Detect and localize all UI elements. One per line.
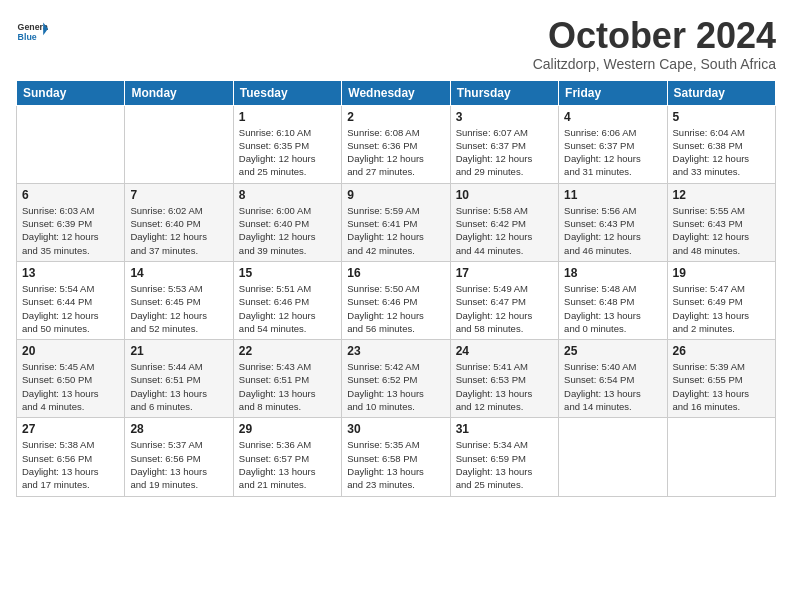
day-info: Sunrise: 5:54 AMSunset: 6:44 PMDaylight:… <box>22 282 119 335</box>
day-info: Sunrise: 5:50 AMSunset: 6:46 PMDaylight:… <box>347 282 444 335</box>
calendar-week-row: 20Sunrise: 5:45 AMSunset: 6:50 PMDayligh… <box>17 340 776 418</box>
table-row: 1Sunrise: 6:10 AMSunset: 6:35 PMDaylight… <box>233 105 341 183</box>
table-row: 27Sunrise: 5:38 AMSunset: 6:56 PMDayligh… <box>17 418 125 496</box>
table-row: 18Sunrise: 5:48 AMSunset: 6:48 PMDayligh… <box>559 261 667 339</box>
day-number: 18 <box>564 266 661 280</box>
col-wednesday: Wednesday <box>342 80 450 105</box>
table-row <box>17 105 125 183</box>
calendar-week-row: 27Sunrise: 5:38 AMSunset: 6:56 PMDayligh… <box>17 418 776 496</box>
day-info: Sunrise: 5:49 AMSunset: 6:47 PMDaylight:… <box>456 282 553 335</box>
day-number: 29 <box>239 422 336 436</box>
month-title: October 2024 <box>533 16 776 56</box>
day-number: 15 <box>239 266 336 280</box>
day-info: Sunrise: 5:59 AMSunset: 6:41 PMDaylight:… <box>347 204 444 257</box>
day-number: 22 <box>239 344 336 358</box>
day-number: 24 <box>456 344 553 358</box>
table-row: 15Sunrise: 5:51 AMSunset: 6:46 PMDayligh… <box>233 261 341 339</box>
col-tuesday: Tuesday <box>233 80 341 105</box>
day-info: Sunrise: 5:35 AMSunset: 6:58 PMDaylight:… <box>347 438 444 491</box>
table-row: 22Sunrise: 5:43 AMSunset: 6:51 PMDayligh… <box>233 340 341 418</box>
table-row: 19Sunrise: 5:47 AMSunset: 6:49 PMDayligh… <box>667 261 775 339</box>
day-number: 12 <box>673 188 770 202</box>
table-row: 31Sunrise: 5:34 AMSunset: 6:59 PMDayligh… <box>450 418 558 496</box>
day-number: 2 <box>347 110 444 124</box>
day-number: 7 <box>130 188 227 202</box>
table-row: 7Sunrise: 6:02 AMSunset: 6:40 PMDaylight… <box>125 183 233 261</box>
day-info: Sunrise: 5:55 AMSunset: 6:43 PMDaylight:… <box>673 204 770 257</box>
logo-icon: General Blue <box>16 16 48 48</box>
day-number: 27 <box>22 422 119 436</box>
table-row: 25Sunrise: 5:40 AMSunset: 6:54 PMDayligh… <box>559 340 667 418</box>
table-row: 23Sunrise: 5:42 AMSunset: 6:52 PMDayligh… <box>342 340 450 418</box>
day-info: Sunrise: 6:07 AMSunset: 6:37 PMDaylight:… <box>456 126 553 179</box>
table-row: 28Sunrise: 5:37 AMSunset: 6:56 PMDayligh… <box>125 418 233 496</box>
day-number: 23 <box>347 344 444 358</box>
day-number: 5 <box>673 110 770 124</box>
logo: General Blue <box>16 16 48 48</box>
day-info: Sunrise: 5:38 AMSunset: 6:56 PMDaylight:… <box>22 438 119 491</box>
day-number: 28 <box>130 422 227 436</box>
day-info: Sunrise: 6:08 AMSunset: 6:36 PMDaylight:… <box>347 126 444 179</box>
day-number: 9 <box>347 188 444 202</box>
day-number: 4 <box>564 110 661 124</box>
day-number: 20 <box>22 344 119 358</box>
table-row: 17Sunrise: 5:49 AMSunset: 6:47 PMDayligh… <box>450 261 558 339</box>
calendar-table: Sunday Monday Tuesday Wednesday Thursday… <box>16 80 776 497</box>
col-saturday: Saturday <box>667 80 775 105</box>
day-info: Sunrise: 6:06 AMSunset: 6:37 PMDaylight:… <box>564 126 661 179</box>
col-monday: Monday <box>125 80 233 105</box>
day-info: Sunrise: 5:34 AMSunset: 6:59 PMDaylight:… <box>456 438 553 491</box>
table-row: 14Sunrise: 5:53 AMSunset: 6:45 PMDayligh… <box>125 261 233 339</box>
table-row: 24Sunrise: 5:41 AMSunset: 6:53 PMDayligh… <box>450 340 558 418</box>
table-row <box>125 105 233 183</box>
day-number: 17 <box>456 266 553 280</box>
day-info: Sunrise: 5:39 AMSunset: 6:55 PMDaylight:… <box>673 360 770 413</box>
day-info: Sunrise: 5:36 AMSunset: 6:57 PMDaylight:… <box>239 438 336 491</box>
title-block: October 2024 Calitzdorp, Western Cape, S… <box>533 16 776 72</box>
table-row: 2Sunrise: 6:08 AMSunset: 6:36 PMDaylight… <box>342 105 450 183</box>
day-number: 8 <box>239 188 336 202</box>
day-info: Sunrise: 5:44 AMSunset: 6:51 PMDaylight:… <box>130 360 227 413</box>
table-row: 26Sunrise: 5:39 AMSunset: 6:55 PMDayligh… <box>667 340 775 418</box>
day-info: Sunrise: 5:56 AMSunset: 6:43 PMDaylight:… <box>564 204 661 257</box>
table-row: 21Sunrise: 5:44 AMSunset: 6:51 PMDayligh… <box>125 340 233 418</box>
calendar-week-row: 6Sunrise: 6:03 AMSunset: 6:39 PMDaylight… <box>17 183 776 261</box>
day-number: 10 <box>456 188 553 202</box>
day-number: 16 <box>347 266 444 280</box>
location: Calitzdorp, Western Cape, South Africa <box>533 56 776 72</box>
day-info: Sunrise: 5:58 AMSunset: 6:42 PMDaylight:… <box>456 204 553 257</box>
day-info: Sunrise: 5:40 AMSunset: 6:54 PMDaylight:… <box>564 360 661 413</box>
day-number: 11 <box>564 188 661 202</box>
day-info: Sunrise: 5:42 AMSunset: 6:52 PMDaylight:… <box>347 360 444 413</box>
table-row: 29Sunrise: 5:36 AMSunset: 6:57 PMDayligh… <box>233 418 341 496</box>
day-number: 19 <box>673 266 770 280</box>
day-info: Sunrise: 5:43 AMSunset: 6:51 PMDaylight:… <box>239 360 336 413</box>
table-row: 12Sunrise: 5:55 AMSunset: 6:43 PMDayligh… <box>667 183 775 261</box>
day-number: 30 <box>347 422 444 436</box>
col-thursday: Thursday <box>450 80 558 105</box>
col-sunday: Sunday <box>17 80 125 105</box>
day-info: Sunrise: 5:53 AMSunset: 6:45 PMDaylight:… <box>130 282 227 335</box>
day-number: 14 <box>130 266 227 280</box>
day-info: Sunrise: 6:00 AMSunset: 6:40 PMDaylight:… <box>239 204 336 257</box>
day-info: Sunrise: 6:10 AMSunset: 6:35 PMDaylight:… <box>239 126 336 179</box>
day-number: 13 <box>22 266 119 280</box>
day-number: 26 <box>673 344 770 358</box>
day-number: 1 <box>239 110 336 124</box>
day-info: Sunrise: 6:04 AMSunset: 6:38 PMDaylight:… <box>673 126 770 179</box>
calendar-week-row: 1Sunrise: 6:10 AMSunset: 6:35 PMDaylight… <box>17 105 776 183</box>
table-row: 9Sunrise: 5:59 AMSunset: 6:41 PMDaylight… <box>342 183 450 261</box>
col-friday: Friday <box>559 80 667 105</box>
table-row: 6Sunrise: 6:03 AMSunset: 6:39 PMDaylight… <box>17 183 125 261</box>
day-info: Sunrise: 5:37 AMSunset: 6:56 PMDaylight:… <box>130 438 227 491</box>
table-row: 20Sunrise: 5:45 AMSunset: 6:50 PMDayligh… <box>17 340 125 418</box>
day-number: 25 <box>564 344 661 358</box>
table-row: 10Sunrise: 5:58 AMSunset: 6:42 PMDayligh… <box>450 183 558 261</box>
table-row: 16Sunrise: 5:50 AMSunset: 6:46 PMDayligh… <box>342 261 450 339</box>
table-row: 13Sunrise: 5:54 AMSunset: 6:44 PMDayligh… <box>17 261 125 339</box>
table-row: 5Sunrise: 6:04 AMSunset: 6:38 PMDaylight… <box>667 105 775 183</box>
day-info: Sunrise: 5:51 AMSunset: 6:46 PMDaylight:… <box>239 282 336 335</box>
day-info: Sunrise: 6:02 AMSunset: 6:40 PMDaylight:… <box>130 204 227 257</box>
day-info: Sunrise: 6:03 AMSunset: 6:39 PMDaylight:… <box>22 204 119 257</box>
table-row: 30Sunrise: 5:35 AMSunset: 6:58 PMDayligh… <box>342 418 450 496</box>
